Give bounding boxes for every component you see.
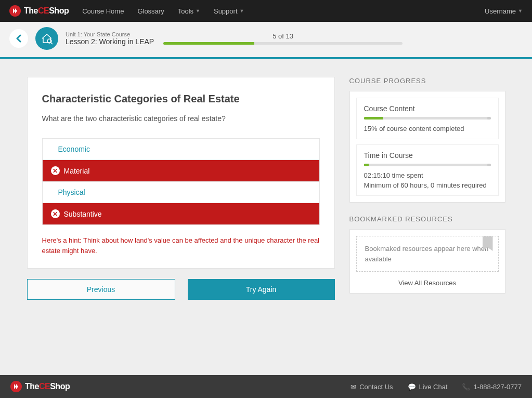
- bar-dot-icon: [364, 117, 368, 120]
- nav-username[interactable]: Username▼: [485, 7, 523, 15]
- lesson-title: Lesson 2: Working in LEAP: [66, 37, 154, 46]
- answer-option[interactable]: ✕ Material: [43, 160, 319, 182]
- course-content-block: Course Content 15% of course content com…: [356, 98, 499, 139]
- previous-button[interactable]: Previous: [27, 279, 175, 300]
- bookmarks-empty: Bookmaked resources appear here when ava…: [356, 236, 499, 272]
- answer-option[interactable]: Economic: [43, 139, 319, 160]
- action-row: Previous Try Again: [27, 279, 335, 300]
- nav-links: Course Home Glossary Tools▼ Support▼: [82, 7, 244, 15]
- bar-dot-icon: [487, 164, 491, 166]
- lesson-icon: [35, 27, 58, 50]
- time-label: Time in Course: [364, 151, 491, 160]
- course-progress-heading: COURSE PROGRESS: [349, 77, 505, 85]
- bookmarks-card: Bookmaked resources appear here when ava…: [349, 229, 505, 294]
- bookmarks-heading: BOOKMARKED RESOURCES: [349, 215, 505, 223]
- top-nav: TheCEShop Course Home Glossary Tools▼ Su…: [0, 0, 532, 22]
- back-button[interactable]: [9, 29, 28, 48]
- x-circle-icon: ✕: [51, 209, 60, 218]
- play-icon: [9, 5, 21, 17]
- answers-list: Economic ✕ Material Physical ✕ Substanti…: [42, 138, 320, 225]
- lesson-progress-label: 5 of 13: [163, 32, 403, 40]
- time-spent-text: 02:15:10 time spent: [364, 171, 491, 179]
- x-circle-icon: ✕: [51, 166, 60, 175]
- svg-line-1: [51, 43, 53, 44]
- answer-label: Substantive: [64, 210, 102, 218]
- answer-option[interactable]: Physical: [43, 182, 319, 203]
- answer-label: Physical: [58, 188, 85, 196]
- quiz-question: What are the two characteristic categori…: [42, 114, 320, 123]
- lesson-info: Unit 1: Your State Course Lesson 2: Work…: [66, 31, 154, 46]
- time-bar: [364, 164, 491, 166]
- time-required-text: Minimum of 60 hours, 0 minutes required: [364, 181, 491, 189]
- chevron-down-icon: ▼: [518, 8, 523, 14]
- nav-tools[interactable]: Tools▼: [178, 7, 200, 15]
- lesson-progress-bar: [163, 42, 403, 45]
- nav-support[interactable]: Support▼: [214, 7, 244, 15]
- time-block: Time in Course 02:15:10 time spent Minim…: [356, 144, 499, 196]
- quiz-hint: Here's a hint: Think about how land's va…: [42, 235, 320, 256]
- lesson-progress-fill: [163, 42, 254, 45]
- bar-dot-icon: [364, 164, 368, 166]
- chevron-down-icon: ▼: [240, 8, 244, 14]
- quiz-card: Characteristic Categories of Real Estate…: [27, 77, 335, 269]
- chevron-left-icon: [16, 34, 22, 43]
- chevron-down-icon: ▼: [196, 8, 200, 14]
- nav-course-home[interactable]: Course Home: [82, 7, 124, 15]
- lesson-bar: Unit 1: Your State Course Lesson 2: Work…: [0, 22, 532, 59]
- course-content-text: 15% of course content completed: [364, 125, 491, 132]
- answer-label: Economic: [58, 145, 90, 153]
- lesson-progress: 5 of 13: [163, 32, 403, 45]
- answer-option[interactable]: ✕ Substantive: [43, 203, 319, 225]
- unit-label: Unit 1: Your State Course: [66, 31, 154, 37]
- nav-glossary[interactable]: Glossary: [137, 7, 164, 15]
- course-progress-card: Course Content 15% of course content com…: [349, 91, 505, 203]
- bar-dot-icon: [487, 117, 491, 120]
- answer-label: Material: [64, 167, 90, 175]
- course-content-label: Course Content: [364, 104, 491, 113]
- try-again-button[interactable]: Try Again: [188, 279, 335, 300]
- view-all-resources-link[interactable]: View All Resources: [356, 279, 499, 287]
- logo-text: TheCEShop: [24, 6, 69, 16]
- course-content-bar: [364, 117, 491, 120]
- house-icon: [40, 32, 54, 45]
- logo[interactable]: TheCEShop: [9, 5, 69, 17]
- quiz-title: Characteristic Categories of Real Estate: [42, 93, 320, 105]
